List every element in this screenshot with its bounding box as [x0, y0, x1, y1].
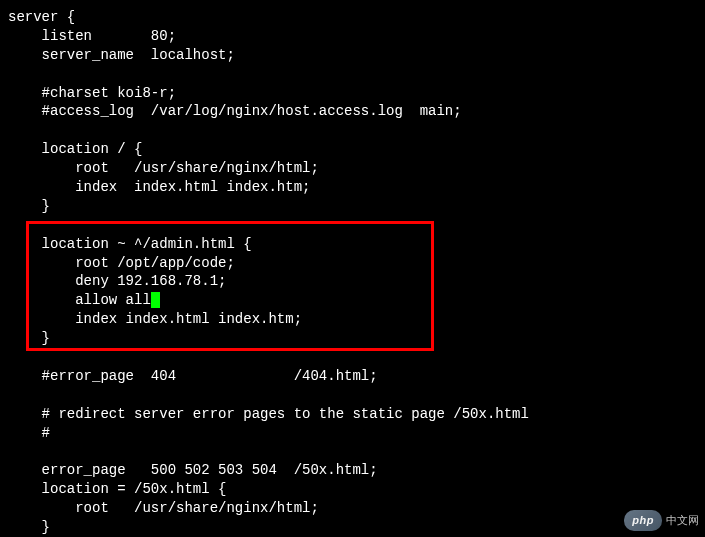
- watermark-badge: php: [624, 510, 662, 531]
- code-line: error_page 500 502 503 504 /50x.html;: [8, 462, 378, 478]
- code-line: #charset koi8-r;: [8, 85, 176, 101]
- code-line: server {: [8, 9, 75, 25]
- watermark: php 中文网: [624, 510, 699, 531]
- code-line: root /usr/share/nginx/html;: [8, 160, 319, 176]
- code-line: listen 80;: [8, 28, 176, 44]
- code-line: #error_page 404 /404.html;: [8, 368, 378, 384]
- code-line: # redirect server error pages to the sta…: [8, 406, 529, 422]
- text-cursor: [151, 292, 160, 308]
- code-line: root /opt/app/code;: [8, 255, 235, 271]
- code-line: index index.html index.htm;: [8, 179, 310, 195]
- code-line: index index.html index.htm;: [8, 311, 302, 327]
- code-line: #access_log /var/log/nginx/host.access.l…: [8, 103, 462, 119]
- code-line: }: [8, 330, 50, 346]
- watermark-text: 中文网: [666, 513, 699, 528]
- code-line: }: [8, 198, 50, 214]
- code-line: #: [8, 425, 50, 441]
- code-line: location ~ ^/admin.html {: [8, 236, 252, 252]
- code-line: allow all: [8, 292, 151, 308]
- code-line: }: [8, 519, 50, 535]
- nginx-config-code: server { listen 80; server_name localhos…: [8, 8, 705, 537]
- code-line: root /usr/share/nginx/html;: [8, 500, 319, 516]
- code-line: location / {: [8, 141, 142, 157]
- code-line: server_name localhost;: [8, 47, 235, 63]
- code-line: location = /50x.html {: [8, 481, 226, 497]
- code-line: deny 192.168.78.1;: [8, 273, 226, 289]
